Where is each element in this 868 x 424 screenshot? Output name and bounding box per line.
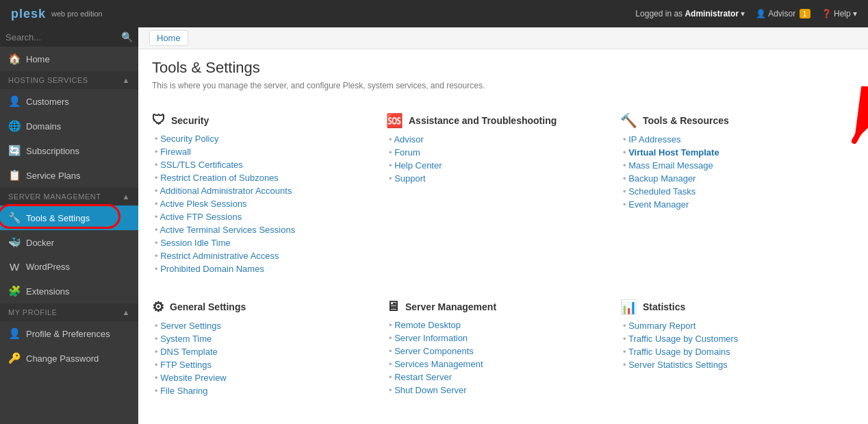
security-policy-link[interactable]: Security Policy bbox=[160, 134, 218, 144]
sidebar-item-service-plans-label: Service Plans bbox=[26, 171, 80, 181]
link-dns-template: DNS Template bbox=[155, 347, 372, 357]
subscriptions-icon: 🔄 bbox=[8, 145, 21, 157]
sidebar-item-extensions-label: Extensions bbox=[26, 286, 70, 297]
sidebar-item-extensions[interactable]: 🧩 Extensions bbox=[0, 279, 138, 303]
content-wrapper: Home Tools & Settings This is where you … bbox=[138, 27, 868, 410]
security-label: Security bbox=[171, 115, 209, 126]
breadcrumb-home-link[interactable]: Home bbox=[149, 30, 188, 46]
session-idle-link[interactable]: Session Idle Time bbox=[160, 238, 231, 248]
ssl-tls-link[interactable]: SSL/TLS Certificates bbox=[160, 160, 243, 170]
restart-server-link[interactable]: Restart Server bbox=[394, 372, 452, 382]
link-ftp-settings: FTP Settings bbox=[155, 360, 372, 370]
sidebar-item-domains[interactable]: 🌐 Domains bbox=[0, 114, 138, 138]
file-sharing-link[interactable]: File Sharing bbox=[160, 386, 207, 396]
event-manager-link[interactable]: Event Manager bbox=[628, 199, 689, 210]
sidebar-item-customers[interactable]: 👤 Customers bbox=[0, 89, 138, 114]
page-header: Tools & Settings This is where you manag… bbox=[138, 49, 868, 107]
admin-name[interactable]: Administrator bbox=[685, 9, 739, 18]
link-ssl-tls: SSL/TLS Certificates bbox=[155, 160, 372, 170]
backup-manager-link[interactable]: Backup Manager bbox=[628, 173, 695, 184]
help-center-link[interactable]: Help Center bbox=[394, 160, 442, 171]
prohibited-domains-link[interactable]: Prohibited Domain Names bbox=[160, 264, 264, 274]
category-assistance: 🆘 Assistance and Troubleshooting Advisor… bbox=[386, 107, 620, 288]
topbar-right: Logged in as Administrator ▾ 👤 Advisor 1… bbox=[635, 9, 857, 18]
tools-resources-icon: 🔨 bbox=[620, 112, 637, 129]
sidebar-item-tools-settings[interactable]: 🔧 Tools & Settings bbox=[0, 205, 138, 230]
sidebar-item-docker[interactable]: 🐳 Docker bbox=[0, 230, 138, 255]
server-settings-link[interactable]: Server Settings bbox=[160, 321, 221, 331]
forum-link[interactable]: Forum bbox=[394, 147, 420, 158]
page-title: Tools & Settings bbox=[152, 59, 854, 77]
server-collapse-arrow: ▲ bbox=[123, 192, 130, 201]
sidebar-item-tools-settings-label: Tools & Settings bbox=[26, 213, 90, 223]
sidebar-item-wordpress[interactable]: W WordPress bbox=[0, 255, 138, 279]
support-link[interactable]: Support bbox=[394, 173, 426, 184]
link-prohibited-domains: Prohibited Domain Names bbox=[155, 264, 372, 274]
restrict-admin-link[interactable]: Restrict Administrative Access bbox=[160, 251, 279, 261]
sidebar-item-service-plans[interactable]: 📋 Service Plans bbox=[0, 163, 138, 188]
dns-template-link[interactable]: DNS Template bbox=[160, 347, 218, 357]
server-stats-settings-link[interactable]: Server Statistics Settings bbox=[628, 360, 728, 370]
services-management-link[interactable]: Services Management bbox=[394, 359, 483, 369]
plesk-logo: plesk bbox=[11, 7, 46, 21]
statistics-links: Summary Report Traffic Usage by Customer… bbox=[620, 321, 841, 370]
summary-report-link[interactable]: Summary Report bbox=[628, 321, 695, 331]
active-terminal-link[interactable]: Active Terminal Services Sessions bbox=[159, 225, 295, 235]
remote-desktop-link[interactable]: Remote Desktop bbox=[394, 320, 461, 330]
dropdown-arrow-admin[interactable]: ▾ bbox=[741, 9, 745, 18]
link-active-ftp: Active FTP Sessions bbox=[155, 212, 372, 222]
sidebar-item-change-password[interactable]: 🔑 Change Password bbox=[0, 346, 138, 371]
sidebar-item-change-password-label: Change Password bbox=[26, 353, 99, 364]
traffic-domains-link[interactable]: Traffic Usage by Domains bbox=[628, 347, 730, 357]
search-input[interactable] bbox=[5, 32, 121, 42]
tools-settings-wrapper: 🔧 Tools & Settings bbox=[0, 205, 138, 230]
help-icon: ❓ bbox=[821, 9, 832, 18]
sidebar-item-profile-label: Profile & Preferences bbox=[26, 329, 110, 339]
edition-label: web pro edition bbox=[51, 10, 103, 18]
website-preview-link[interactable]: Website Preview bbox=[160, 373, 227, 383]
link-security-policy: Security Policy bbox=[155, 134, 372, 144]
sidebar-item-home-label: Home bbox=[26, 54, 50, 64]
general-settings-links: Server Settings System Time DNS Template… bbox=[152, 321, 372, 396]
sidebar-item-subscriptions[interactable]: 🔄 Subscriptions bbox=[0, 138, 138, 163]
link-shut-down-server: Shut Down Server bbox=[389, 385, 607, 395]
search-icon[interactable]: 🔍 bbox=[121, 32, 133, 42]
additional-admin-link[interactable]: Additional Administrator Accounts bbox=[159, 186, 292, 196]
traffic-customers-link[interactable]: Traffic Usage by Customers bbox=[628, 334, 738, 344]
sidebar-section-hosting[interactable]: Hosting Services ▲ bbox=[0, 71, 138, 89]
sidebar-item-profile-preferences[interactable]: 👤 Profile & Preferences bbox=[0, 321, 138, 346]
advisor-link[interactable]: Advisor bbox=[394, 134, 423, 145]
customers-icon: 👤 bbox=[8, 95, 21, 108]
help-section[interactable]: ❓ Help ▾ bbox=[821, 9, 857, 18]
virtual-host-link[interactable]: Virtual Host Template bbox=[628, 147, 719, 158]
active-plesk-link[interactable]: Active Plesk Sessions bbox=[159, 199, 246, 209]
sidebar-item-home[interactable]: 🏠 Home bbox=[0, 47, 138, 71]
shut-down-server-link[interactable]: Shut Down Server bbox=[394, 385, 467, 395]
link-support: Support bbox=[389, 173, 607, 184]
category-assistance-title: 🆘 Assistance and Troubleshooting bbox=[386, 112, 607, 129]
link-forum: Forum bbox=[389, 147, 607, 158]
category-server-management-title: 🖥 Server Management bbox=[386, 299, 607, 314]
mass-email-link[interactable]: Mass Email Message bbox=[628, 160, 713, 171]
restrict-subzones-link[interactable]: Restrict Creation of Subzones bbox=[160, 173, 279, 183]
link-server-components: Server Components bbox=[389, 346, 607, 356]
page-description: This is where you manage the server, and… bbox=[152, 81, 854, 90]
advisor-section: 👤 Advisor 1 bbox=[756, 9, 810, 18]
ip-addresses-link[interactable]: IP Addresses bbox=[628, 134, 680, 145]
link-backup-manager: Backup Manager bbox=[623, 173, 841, 184]
sidebar-section-profile[interactable]: My Profile ▲ bbox=[0, 303, 138, 321]
sidebar-item-subscriptions-label: Subscriptions bbox=[26, 146, 79, 156]
active-ftp-link[interactable]: Active FTP Sessions bbox=[159, 212, 242, 222]
server-information-link[interactable]: Server Information bbox=[394, 333, 468, 343]
link-server-information: Server Information bbox=[389, 333, 607, 343]
firewall-link[interactable]: Firewall bbox=[160, 147, 191, 157]
scheduled-tasks-link[interactable]: Scheduled Tasks bbox=[628, 186, 695, 197]
sidebar-section-server[interactable]: Server Management ▲ bbox=[0, 188, 138, 205]
system-time-link[interactable]: System Time bbox=[160, 334, 212, 344]
ftp-settings-link[interactable]: FTP Settings bbox=[160, 360, 212, 370]
advisor-label[interactable]: Advisor bbox=[768, 9, 795, 18]
wordpress-icon: W bbox=[8, 261, 21, 273]
main-layout: 🔍 🏠 Home Hosting Services ▲ 👤 Customers … bbox=[0, 27, 868, 424]
server-components-link[interactable]: Server Components bbox=[394, 346, 474, 356]
link-firewall: Firewall bbox=[155, 147, 372, 157]
